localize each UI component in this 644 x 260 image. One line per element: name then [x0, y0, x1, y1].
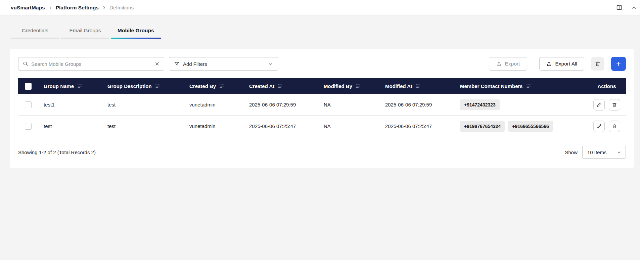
table-footer: Showing 1-2 of 2 (Total Records 2) Show … — [18, 146, 626, 159]
page-size-value: 10 Items — [587, 149, 607, 155]
add-filters-label: Add Filters — [183, 61, 207, 67]
scrollbar[interactable] — [640, 0, 644, 260]
tab-mobile-groups[interactable]: Mobile Groups — [111, 25, 161, 39]
add-mobile-group-button[interactable] — [611, 57, 626, 71]
main-content: Credentials Email Groups Mobile Groups — [0, 15, 644, 168]
column-header-group-description: Group Description — [107, 83, 152, 89]
chevron-right-icon — [102, 6, 106, 10]
filter-funnel-icon — [174, 61, 180, 67]
cell-created-by: vunetadmin — [185, 116, 245, 137]
mobile-groups-card: Add Filters Export — [10, 49, 634, 168]
search-box — [18, 57, 164, 71]
clear-search-button[interactable] — [154, 60, 160, 67]
plus-icon — [615, 61, 622, 67]
pencil-icon — [596, 102, 602, 107]
trash-icon — [595, 61, 601, 67]
cell-group-name: test1 — [40, 94, 103, 116]
cell-modified-at: 2025-06-06 07:25:47 — [381, 116, 456, 137]
delete-row-button[interactable] — [609, 121, 620, 132]
topbar: vuSmartMaps Platform Settings Definition… — [0, 0, 644, 15]
breadcrumb-vusmartmaps[interactable]: vuSmartMaps — [11, 5, 45, 11]
export-all-button[interactable]: Export All — [539, 57, 584, 71]
mobile-groups-table: Group Name Group Description Created By … — [18, 78, 626, 137]
topbar-actions — [615, 4, 638, 12]
export-label: Export — [505, 61, 520, 67]
tab-credentials[interactable]: Credentials — [11, 25, 59, 39]
breadcrumb-definitions: Definitions — [109, 5, 134, 11]
page-size-select[interactable]: 10 Items — [582, 146, 626, 159]
select-all-checkbox[interactable] — [25, 83, 32, 90]
cell-created-at: 2025-06-06 07:29:59 — [245, 94, 320, 116]
search-icon — [22, 61, 29, 67]
contact-number-chip: +9198767654324 — [460, 121, 505, 132]
footer-right: Show 10 Items — [565, 146, 626, 159]
export-icon — [546, 61, 552, 67]
chevron-down-icon — [268, 61, 273, 67]
column-header-modified-by: Modified By — [324, 83, 352, 89]
search-input[interactable] — [31, 61, 151, 67]
column-header-modified-at: Modified At — [385, 83, 412, 89]
column-menu-icon[interactable] — [77, 84, 82, 89]
cell-modified-by: NA — [320, 116, 381, 137]
tab-email-groups[interactable]: Email Groups — [61, 25, 109, 39]
cell-group-description: test — [103, 94, 185, 116]
row-checkbox[interactable] — [25, 123, 32, 130]
trash-icon — [612, 124, 617, 129]
show-label: Show — [565, 149, 578, 155]
chevron-right-icon — [48, 6, 52, 10]
cell-group-name: test — [40, 116, 103, 137]
table-row: test test vunetadmin 2025-06-06 07:25:47… — [18, 116, 626, 137]
tab-credentials-label: Credentials — [22, 28, 48, 33]
column-header-created-by: Created By — [189, 83, 216, 89]
chevron-down-icon — [617, 150, 622, 155]
table-toolbar: Add Filters Export — [18, 57, 626, 71]
pencil-icon — [596, 124, 602, 129]
table-row: test1 test vunetadmin 2025-06-06 07:29:5… — [18, 94, 626, 116]
breadcrumb: vuSmartMaps Platform Settings Definition… — [11, 5, 134, 11]
column-menu-icon[interactable] — [526, 84, 531, 89]
toolbar-left: Add Filters — [18, 57, 278, 71]
add-filters-select[interactable]: Add Filters — [169, 57, 278, 71]
column-menu-icon[interactable] — [356, 84, 361, 89]
export-all-label: Export All — [555, 61, 577, 67]
column-menu-icon[interactable] — [155, 84, 160, 89]
bulk-delete-button[interactable] — [591, 57, 604, 71]
records-summary: Showing 1-2 of 2 (Total Records 2) — [18, 149, 96, 155]
tab-email-groups-label: Email Groups — [70, 28, 101, 33]
column-menu-icon[interactable] — [219, 84, 224, 89]
edit-row-button[interactable] — [593, 121, 605, 132]
cell-modified-by: NA — [320, 94, 381, 116]
docs-book-button[interactable] — [615, 4, 623, 12]
contact-number-chip: +9166655566566 — [508, 121, 553, 132]
cell-group-description: test — [103, 116, 185, 137]
toolbar-right: Export Export All — [489, 57, 626, 71]
contact-number-chip: +91472432323 — [460, 99, 500, 110]
export-icon — [496, 61, 502, 67]
cell-created-by: vunetadmin — [185, 94, 245, 116]
column-menu-icon[interactable] — [278, 84, 283, 89]
edit-row-button[interactable] — [593, 99, 605, 111]
tab-mobile-groups-label: Mobile Groups — [118, 28, 154, 33]
cell-modified-at: 2025-06-06 07:29:59 — [381, 94, 456, 116]
export-button[interactable]: Export — [489, 57, 527, 71]
column-header-actions: Actions — [597, 83, 616, 89]
column-header-group-name: Group Name — [44, 83, 74, 89]
close-icon — [154, 61, 160, 67]
breadcrumb-platform-settings[interactable]: Platform Settings — [56, 5, 99, 11]
table-header-row: Group Name Group Description Created By … — [18, 78, 626, 94]
column-header-created-at: Created At — [249, 83, 274, 89]
delete-row-button[interactable] — [609, 99, 620, 111]
book-icon — [616, 4, 623, 11]
column-header-member-contact-numbers: Member Contact Numbers — [460, 83, 523, 89]
collapse-header-button[interactable] — [631, 4, 638, 11]
chevron-up-icon — [631, 5, 637, 11]
trash-icon — [612, 102, 617, 107]
row-checkbox[interactable] — [25, 101, 32, 108]
column-menu-icon[interactable] — [416, 84, 421, 89]
tabs: Credentials Email Groups Mobile Groups — [11, 25, 644, 39]
cell-created-at: 2025-06-06 07:25:47 — [245, 116, 320, 137]
